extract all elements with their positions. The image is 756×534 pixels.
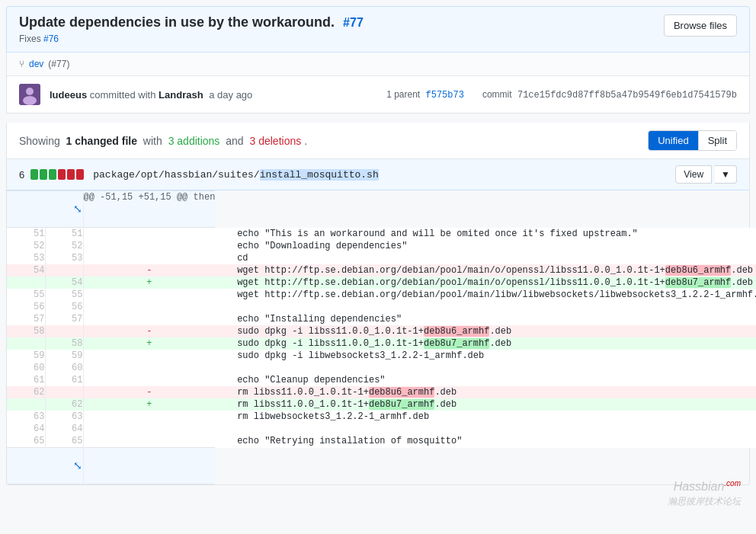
line-sign-57 — [83, 313, 215, 325]
diff-line-62-add: 62 + rm libss11.0.0_1.0.1t-1+deb8u7_armh… — [7, 398, 756, 411]
hunk-expand-icon-bottom[interactable]: ⤡ — [7, 448, 83, 484]
line-old-61: 61 — [7, 374, 45, 386]
stat-block-del-3 — [76, 169, 84, 180]
browse-files-button[interactable]: Browse files — [664, 14, 737, 37]
stat-block-del-1 — [58, 169, 66, 180]
diff-table: ⤡ @@ -51,15 +51,15 @@ then 51 51 echo "T… — [7, 190, 756, 484]
diff-file-header-right: View ▼ — [675, 165, 737, 184]
line-content-63: rm libwebsockets3_1.2.2-1_armhf.deb — [215, 411, 756, 423]
diff-line-54-del: 54 - wget http://ftp.se.debian.org/debia… — [7, 264, 756, 277]
hunk-expand-bottom-text — [83, 448, 215, 484]
commit-title: Update dependencies in use by the workar… — [19, 14, 364, 30]
commit-title-text: Update dependencies in use by the workar… — [19, 14, 335, 30]
diff-stat-blocks — [30, 169, 84, 180]
diff-line-57: 57 57 echo "Installing dependencies" — [7, 313, 756, 325]
commit-meta: ludeeus committed with Landrash a day ag… — [6, 76, 750, 114]
line-new-60: 60 — [45, 362, 83, 374]
commit-title-area: Update dependencies in use by the workar… — [19, 14, 364, 44]
diff-file-header-left: 6 package/opt/hassbian/suites/install_mo… — [19, 169, 379, 181]
commit-header: Update dependencies in use by the workar… — [6, 6, 750, 53]
diff-line-51: 51 51 echo "This is an workaround and wi… — [7, 228, 756, 241]
line-new-53: 53 — [45, 252, 83, 264]
diff-line-58-add: 58 + sudo dpkg -i libss11.0.0_1.0.1t-1+d… — [7, 337, 756, 350]
hunk-expand-icon-top[interactable]: ⤡ — [7, 191, 83, 228]
line-content-58-add: sudo dpkg -i libss11.0.0_1.0.1t-1+deb8u7… — [215, 337, 756, 350]
line-old-53: 53 — [7, 252, 45, 264]
line-content-55: wget http://ftp.se.debian.org/debian/poo… — [215, 289, 756, 301]
line-new-62-empty — [45, 386, 83, 398]
diff-line-62-del: 62 - rm libss11.0.0_1.0.1t-1+deb8u6_armh… — [7, 386, 756, 398]
line-new-52: 52 — [45, 240, 83, 252]
line-content-54-del: wget http://ftp.se.debian.org/debian/poo… — [215, 264, 756, 277]
line-new-56: 56 — [45, 301, 83, 313]
expand-icon-bottom[interactable]: ⤡ — [73, 459, 82, 472]
commit-sha-area: commit 71ce15fdc9d87ff8b5a47b9549f6eb1d7… — [482, 89, 737, 101]
hunk-header-text: @@ -51,15 +51,15 @@ then — [83, 191, 215, 228]
commit-sha: 71ce15fdc9d87ff8b5a47b9549f6eb1d7541579b — [517, 90, 737, 101]
svg-point-1 — [26, 88, 34, 95]
line-content-65: echo "Retrying installation of mosquitto… — [215, 435, 756, 448]
stat-block-del-2 — [67, 169, 75, 180]
hunk-expand-top: ⤡ @@ -51,15 +51,15 @@ then — [7, 191, 756, 228]
line-old-54: 54 — [7, 264, 45, 277]
line-new-58: 58 — [45, 337, 83, 350]
line-sign-61 — [83, 374, 215, 386]
unified-view-button[interactable]: Unified — [649, 131, 697, 150]
commit-pr-link[interactable]: #77 — [343, 16, 364, 29]
line-content-59: sudo dpkg -i libwebsockets3_1.2.2-1_armh… — [215, 350, 756, 362]
diff-line-52: 52 52 echo "Downloading dependencies" — [7, 240, 756, 252]
line-sign-54-add: + — [83, 277, 215, 289]
line-content-58-del: sudo dpkg -i libss11.0.0_1.0.1t-1+deb8u6… — [215, 325, 756, 337]
file-stats-bar: Showing 1 changed file with 3 additions … — [6, 123, 750, 159]
line-content-54-add: wget http://ftp.se.debian.org/debian/poo… — [215, 277, 756, 289]
author-link[interactable]: ludeeus — [50, 89, 87, 101]
line-sign-65 — [83, 435, 215, 448]
line-new-51: 51 — [45, 228, 83, 241]
line-content-60 — [215, 362, 756, 374]
diff-line-58-del: 58 - sudo dpkg -i libss11.0.0_1.0.1t-1+d… — [7, 325, 756, 337]
co-author-link[interactable]: Landrash — [159, 89, 203, 101]
branch-icon: ⑂ — [19, 59, 24, 69]
diff-line-55: 55 55 wget http://ftp.se.debian.org/debi… — [7, 289, 756, 301]
fixes-link[interactable]: #76 — [43, 34, 59, 44]
expand-icon-top[interactable]: ⤡ — [73, 203, 82, 216]
line-old-58: 58 — [7, 325, 45, 337]
line-new-57: 57 — [45, 313, 83, 325]
diff-line-59: 59 59 sudo dpkg -i libwebsockets3_1.2.2-… — [7, 350, 756, 362]
diff-line-60: 60 60 — [7, 362, 756, 374]
diff-line-65: 65 65 echo "Retrying installation of mos… — [7, 435, 756, 448]
diff-chevron-button[interactable]: ▼ — [715, 165, 737, 184]
line-content-53: cd — [215, 252, 756, 264]
diff-line-56: 56 56 — [7, 301, 756, 313]
line-old-56: 56 — [7, 301, 45, 313]
line-sign-58-add: + — [83, 337, 215, 350]
view-toggle: Unified Split — [648, 130, 737, 151]
line-sign-54-del: - — [83, 264, 215, 277]
line-content-62-del: rm libss11.0.0_1.0.1t-1+deb8u6_armhf.deb — [215, 386, 756, 398]
line-new-54: 54 — [45, 277, 83, 289]
line-content-57: echo "Installing dependencies" — [215, 313, 756, 325]
commit-meta-right: 1 parent f575b73 commit 71ce15fdc9d87ff8… — [386, 89, 737, 101]
diff-line-61: 61 61 echo "Cleanup dependencies" — [7, 374, 756, 386]
branch-pr-ref: (#77) — [48, 59, 69, 69]
line-sign-59 — [83, 350, 215, 362]
line-sign-62-add: + — [83, 398, 215, 411]
diff-view-button[interactable]: View — [675, 165, 712, 184]
line-content-51: echo "This is an workaround and will be … — [215, 228, 756, 241]
line-old-62: 62 — [7, 386, 45, 398]
line-sign-51 — [83, 228, 215, 241]
line-old-58-empty — [7, 337, 45, 350]
avatar — [19, 84, 40, 105]
line-sign-55 — [83, 289, 215, 301]
file-path-highlight: install_mosquitto.sh — [260, 169, 379, 181]
line-content-61: echo "Cleanup dependencies" — [215, 374, 756, 386]
stat-block-add-3 — [49, 169, 56, 180]
split-view-button[interactable]: Split — [698, 131, 736, 150]
diff-file-header: 6 package/opt/hassbian/suites/install_mo… — [7, 159, 749, 190]
line-new-59: 59 — [45, 350, 83, 362]
parent-sha-link[interactable]: f575b73 — [426, 90, 464, 101]
line-sign-60 — [83, 362, 215, 374]
branch-bar: ⑂ dev (#77) — [6, 53, 750, 76]
additions-count: 3 additions — [168, 135, 220, 147]
line-sign-58-del: - — [83, 325, 215, 337]
